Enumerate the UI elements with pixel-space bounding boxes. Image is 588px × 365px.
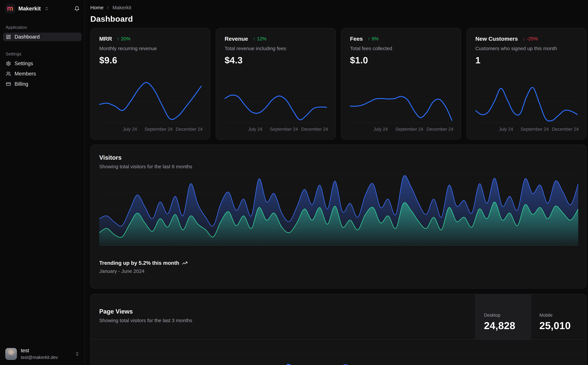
tick-label: September 24 bbox=[395, 127, 423, 132]
stat-subtitle: Customers who signed up this month bbox=[475, 46, 578, 51]
trend-badge: ↑ 20% bbox=[117, 36, 131, 42]
stat-value: $1.0 bbox=[350, 55, 452, 65]
workspace-name: Makerkit bbox=[18, 6, 41, 12]
series-toggles: Desktop 24,828 Mobile 25,010 bbox=[475, 294, 586, 339]
chevron-right-icon bbox=[106, 6, 110, 10]
trend-badge: ↓ -25% bbox=[523, 36, 538, 42]
tick-label: December 24 bbox=[176, 127, 203, 132]
user-avatar bbox=[5, 348, 17, 360]
tick-label: September 24 bbox=[145, 127, 173, 132]
nav-section-label-application: Application bbox=[6, 25, 79, 30]
page-views-subtitle: Showing total visitors for the last 3 mo… bbox=[99, 318, 467, 323]
bell-icon bbox=[74, 6, 80, 11]
tick-label: December 24 bbox=[552, 127, 579, 132]
toggle-label: Mobile bbox=[539, 313, 586, 318]
spark-chart: July 24 September 24 December 24 bbox=[475, 79, 578, 133]
bar bbox=[286, 364, 291, 365]
page-views-header: Page Views Showing total visitors for th… bbox=[91, 294, 586, 339]
nav-section-label-settings: Settings bbox=[6, 51, 79, 56]
stat-title: Fees bbox=[350, 35, 363, 42]
sidebar-item-settings[interactable]: Settings bbox=[3, 59, 82, 68]
gridline bbox=[91, 353, 586, 354]
visitors-area-chart bbox=[99, 174, 578, 246]
breadcrumb: Home Makerkit bbox=[90, 5, 587, 11]
trend-up-icon: ↑ bbox=[368, 36, 370, 42]
trend-badge: ↑ 9% bbox=[368, 36, 379, 42]
trend-up-icon: ↑ bbox=[117, 36, 119, 42]
settings-icon bbox=[6, 61, 11, 66]
sidebar-item-members[interactable]: Members bbox=[3, 70, 82, 78]
breadcrumb-current: Makerkit bbox=[112, 5, 131, 10]
sidebar: m Makerkit Application Dashboard bbox=[0, 0, 85, 365]
toggle-label: Desktop bbox=[484, 313, 531, 318]
stat-title: MRR bbox=[99, 35, 112, 42]
app-root: m Makerkit Application Dashboard bbox=[0, 0, 588, 365]
trend-value: 12% bbox=[257, 36, 266, 42]
user-name: test bbox=[21, 348, 58, 354]
stat-cards-row: MRR ↑ 20% Monthly recurring revenue $9.6 bbox=[90, 28, 587, 140]
sidebar-item-label: Members bbox=[14, 71, 36, 77]
stat-card-mrr: MRR ↑ 20% Monthly recurring revenue $9.6 bbox=[90, 28, 210, 140]
visitors-subtitle: Showing total visitors for the last 6 mo… bbox=[99, 164, 578, 169]
page-views-title: Page Views bbox=[99, 308, 467, 315]
sidebar-nav: Application Dashboard Settings Settings … bbox=[0, 17, 84, 90]
makerkit-logo: m bbox=[6, 4, 15, 13]
breadcrumb-home[interactable]: Home bbox=[90, 5, 104, 10]
stat-value: $4.3 bbox=[225, 55, 327, 65]
tick-label: December 24 bbox=[301, 127, 328, 132]
bar bbox=[343, 364, 347, 365]
spark-chart: July 24 September 24 December 24 bbox=[350, 79, 452, 133]
tick-label: September 24 bbox=[521, 127, 549, 132]
trend-footer: Trending up by 5.2% this month bbox=[99, 260, 578, 266]
user-meta: test test@makerkit.dev bbox=[21, 348, 58, 360]
date-range: January - June 2024 bbox=[99, 268, 578, 274]
sidebar-item-label: Billing bbox=[14, 81, 28, 87]
trend-value: 20% bbox=[121, 36, 131, 42]
tick-label: July 24 bbox=[248, 127, 263, 132]
members-icon bbox=[6, 71, 11, 76]
user-email: test@makerkit.dev bbox=[21, 355, 58, 360]
billing-icon bbox=[6, 82, 11, 86]
visitors-card: Visitors Showing total visitors for the … bbox=[90, 145, 587, 288]
user-menu[interactable]: test test@makerkit.dev bbox=[0, 343, 84, 365]
tick-label: July 24 bbox=[123, 127, 137, 132]
trend-value: 9% bbox=[372, 36, 379, 42]
stat-title: New Customers bbox=[475, 35, 518, 42]
tick-label: December 24 bbox=[427, 127, 453, 132]
notifications-button[interactable] bbox=[74, 6, 80, 11]
trending-up-icon bbox=[182, 260, 187, 266]
workspace-selector[interactable]: m Makerkit bbox=[6, 4, 49, 13]
sidebar-item-dashboard[interactable]: Dashboard bbox=[3, 33, 82, 41]
spark-chart: July 24 September 24 December 24 bbox=[99, 79, 201, 133]
stat-card-fees: Fees ↑ 9% Total fees collected $1.0 bbox=[341, 28, 461, 140]
page-title: Dashboard bbox=[90, 14, 587, 23]
stat-title: Revenue bbox=[225, 35, 248, 42]
spark-chart: July 24 September 24 December 24 bbox=[225, 79, 327, 133]
stat-card-new-customers: New Customers ↓ -25% Customers who signe… bbox=[466, 28, 587, 140]
sidebar-item-billing[interactable]: Billing bbox=[3, 80, 82, 88]
tick-label: July 24 bbox=[374, 127, 388, 132]
stat-subtitle: Total revenue including fees bbox=[225, 46, 327, 51]
logo-letter: m bbox=[7, 5, 13, 12]
trend-badge: ↑ 12% bbox=[253, 36, 267, 42]
desktop-toggle[interactable]: Desktop 24,828 bbox=[475, 294, 531, 339]
mobile-toggle[interactable]: Mobile 25,010 bbox=[531, 294, 586, 339]
dashboard-icon bbox=[6, 35, 11, 39]
tick-label: July 24 bbox=[499, 127, 513, 132]
x-axis-ticks: July 24 September 24 December 24 bbox=[225, 127, 327, 133]
stat-subtitle: Monthly recurring revenue bbox=[99, 46, 201, 51]
chevrons-up-down-icon bbox=[75, 351, 80, 356]
main-content: Home Makerkit Dashboard MRR ↑ 20% Monthl… bbox=[85, 0, 588, 365]
trend-up-icon: ↑ bbox=[253, 36, 255, 42]
page-views-card: Page Views Showing total visitors for th… bbox=[90, 294, 587, 365]
page-views-bar-chart bbox=[91, 339, 586, 365]
trend-value: -25% bbox=[527, 36, 538, 42]
x-axis-ticks: July 24 September 24 December 24 bbox=[99, 127, 201, 133]
sidebar-item-label: Dashboard bbox=[14, 34, 40, 40]
stat-value: 1 bbox=[475, 55, 578, 65]
x-axis-ticks: July 24 September 24 December 24 bbox=[350, 127, 452, 133]
x-axis-ticks: July 24 September 24 December 24 bbox=[475, 127, 578, 133]
visitors-title: Visitors bbox=[99, 154, 578, 161]
toggle-value: 25,010 bbox=[539, 320, 586, 331]
tick-label: September 24 bbox=[270, 127, 298, 132]
